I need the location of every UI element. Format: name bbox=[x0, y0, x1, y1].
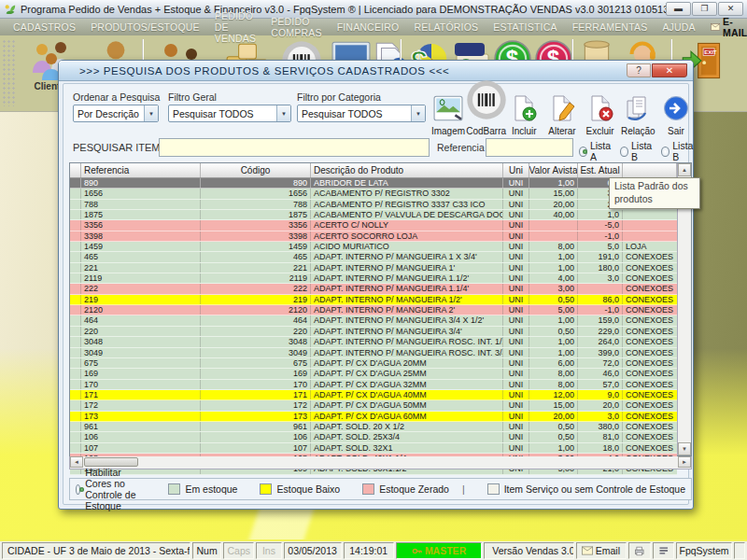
table-row[interactable]: 106106ADAPT. SOLD. 25X3/4UNI0,5081,0CONE… bbox=[70, 432, 677, 442]
status-printer-button[interactable] bbox=[628, 542, 651, 559]
row-gutter bbox=[70, 422, 81, 431]
table-row[interactable]: 16561656ACABAMENTO P/ REGISTRO 3302UNI15… bbox=[70, 189, 677, 199]
sair-button[interactable]: Sair bbox=[657, 88, 695, 136]
menu-item-relat-rios[interactable]: RELATÓRIOS bbox=[406, 21, 486, 33]
status-email[interactable]: Email bbox=[576, 542, 627, 559]
table-row[interactable]: 172172ADAPT. P/ CX D'AGUA 50MMUNI15,0020… bbox=[70, 400, 677, 411]
table-row[interactable]: 21192119ADAPT. INTERNO P/ MANGUEIRA 1.1/… bbox=[70, 273, 677, 284]
table-row[interactable]: 219219ADAPT. INTERNO P/ MANGUEIRA 1/2'UN… bbox=[70, 295, 677, 305]
table-row[interactable]: 107107ADAPT. SOLD. 32X1UNI1,0018,0CONEXO… bbox=[70, 443, 677, 454]
dialog-titlebar[interactable]: >>> PESQUISA DOS PRODUTOS & SERVIÇOS CAD… bbox=[59, 61, 693, 81]
legend-item: Estoque Zerado bbox=[362, 483, 449, 495]
column-header-blank[interactable] bbox=[70, 163, 81, 177]
column-header-Código[interactable]: Código bbox=[201, 163, 311, 177]
close-button[interactable]: ✕ bbox=[718, 2, 743, 16]
cell-descricao: ADAPT. INTERNO P/ MANGUEIRA 3/4' bbox=[311, 327, 503, 336]
cell-descricao: ACABAMENTO P/ REGISTRO 3337 C33 ICO bbox=[311, 200, 503, 209]
scroll-up-icon[interactable]: ▲ bbox=[678, 163, 691, 176]
habilitar-cores-label: Habilitar Cores no Controle de Estoque bbox=[85, 467, 146, 511]
referencia-input[interactable] bbox=[486, 138, 573, 157]
table-row[interactable]: 33983398ACERTO SOCORRO LOJAUNI-1,0 bbox=[70, 231, 677, 242]
table-row[interactable]: 890890ABRIDOR DE LATAUNI1,006,0 bbox=[70, 178, 677, 189]
cell-categoria: CONEXOES bbox=[623, 422, 677, 431]
column-header-Uni[interactable]: Uni bbox=[503, 163, 529, 177]
column-header-blank[interactable] bbox=[623, 163, 677, 177]
table-row[interactable]: 170170ADAPT. P/ CX D'AGUA 32MMUNI8,0057,… bbox=[70, 380, 677, 390]
table-row[interactable]: 173173ADAPT. P/ CX D'AGUA 60MMUNI20,003,… bbox=[70, 412, 677, 422]
cell-referencia: 465 bbox=[81, 252, 201, 261]
cell-descricao: ADAPT. P/ CX D'AGUA 20MM bbox=[311, 358, 503, 368]
application-window: Programa Pedido de Vendas + Estoque & Fi… bbox=[0, 0, 747, 560]
menu-item-ferramentas[interactable]: FERRAMENTAS bbox=[565, 21, 655, 33]
radio-lista-a-0[interactable]: Lista A bbox=[579, 140, 613, 162]
doc-pencil-icon bbox=[549, 95, 575, 125]
pesquisar-item-input[interactable] bbox=[159, 138, 430, 157]
cell-referencia: 1875 bbox=[81, 210, 201, 219]
menu-item-cadastros[interactable]: CADASTROS bbox=[6, 21, 83, 33]
alterar-button[interactable]: Alterar bbox=[543, 88, 581, 136]
column-header-Est. Atual[interactable]: Est. Atual bbox=[578, 163, 623, 177]
table-row[interactable]: 30493049ADAPT. INTERNO P/ MANGUEIRA ROSC… bbox=[70, 348, 677, 358]
dialog-close-button[interactable]: ✕ bbox=[652, 63, 687, 77]
cell-descricao: ADAPT. INTERNO P/ MANGUEIRA ROSC. INT. 3… bbox=[311, 348, 503, 357]
table-header-row[interactable]: ReferenciaCódigoDescrição do ProdutoUniV… bbox=[70, 163, 677, 178]
status-queue-button[interactable] bbox=[653, 542, 675, 559]
dialog-help-button[interactable]: ? bbox=[627, 63, 651, 77]
menu-item-ajuda[interactable]: AJUDA bbox=[655, 21, 702, 33]
table-row[interactable]: 33563356ACERTO C/ NOLLYUNI-5,0 bbox=[70, 220, 677, 231]
status-num: Num bbox=[192, 542, 221, 559]
table-row[interactable]: 788788ACABAMENTO P/ REGISTRO 3337 C33 IC… bbox=[70, 200, 677, 210]
scroll-down-icon[interactable]: ▼ bbox=[678, 442, 691, 455]
column-header-Descrição do Produto[interactable]: Descrição do Produto bbox=[311, 163, 503, 177]
minimize-button[interactable]: ▬ bbox=[666, 2, 691, 16]
habilitar-cores-radio[interactable] bbox=[76, 484, 80, 495]
chevron-down-icon[interactable]: ▼ bbox=[144, 105, 158, 121]
ordenar-select[interactable]: Por Descrição ▼ bbox=[73, 105, 159, 122]
table-row[interactable]: 18751875ACABAMENTO P/ VALVULA DE DESCARG… bbox=[70, 210, 677, 220]
status-key-button[interactable] bbox=[734, 542, 745, 559]
chevron-down-icon[interactable]: ▼ bbox=[276, 105, 290, 121]
relação-button[interactable]: Relação bbox=[619, 88, 656, 136]
scroll-right-icon[interactable]: ► bbox=[678, 456, 691, 468]
table-row[interactable]: 14591459ACIDO MURIATICOUNI8,005,0LOJA bbox=[70, 242, 677, 252]
table-row[interactable]: 220220ADAPT. INTERNO P/ MANGUEIRA 3/4'UN… bbox=[70, 327, 677, 337]
row-gutter bbox=[70, 220, 81, 230]
chevron-down-icon[interactable]: ▼ bbox=[411, 105, 425, 121]
restore-button[interactable]: ❐ bbox=[692, 2, 717, 16]
row-gutter bbox=[70, 390, 81, 399]
cell-descricao: ACIDO MURIATICO bbox=[311, 242, 503, 251]
cell-est-atual: 46,0 bbox=[578, 369, 623, 378]
status-user-label: MASTER bbox=[425, 545, 466, 556]
table-row[interactable]: 465465ADAPT. INTERNO P/ MANGUEIRA 1 X 3/… bbox=[70, 252, 677, 262]
scroll-left-icon[interactable]: ◄ bbox=[70, 456, 83, 468]
table-row[interactable]: 464464ADAPT. INTERNO P/ MANGUEIRA 3/4 X … bbox=[70, 315, 677, 326]
table-row[interactable]: 21202120ADAPT. INTERNO P/ MANGUEIRA 2'UN… bbox=[70, 305, 677, 315]
filtro-geral-select[interactable]: Pesquisar TODOS ▼ bbox=[168, 105, 291, 122]
status-bar: CIDADE - UF 3 de Maio de 2013 - Sexta-fe… bbox=[0, 539, 747, 560]
filtro-categoria-select[interactable]: Pesquisar TODOS ▼ bbox=[297, 105, 426, 122]
table-row[interactable]: 961961ADAPT. SOLD. 20 X 1/2UNI0,50380,0C… bbox=[70, 422, 677, 432]
table-row[interactable]: 30483048ADAPT. INTERNO P/ MANGUEIRA ROSC… bbox=[70, 337, 677, 347]
cell-uni: UNI bbox=[503, 400, 529, 410]
table-row[interactable]: 222222ADAPT. INTERNO P/ MANGUEIRA 1.1/4'… bbox=[70, 284, 677, 294]
menu-item-financeiro[interactable]: FINANCEIRO bbox=[330, 21, 407, 33]
table-row[interactable]: 171171ADAPT. P/ CX D'AGUA 40MMUNI12,009,… bbox=[70, 390, 677, 400]
toolbar-grip[interactable] bbox=[2, 39, 15, 106]
horizontal-scrollbar[interactable]: ◄ ► bbox=[69, 456, 692, 469]
menu-item-estatistica[interactable]: ESTATISTICA bbox=[486, 21, 564, 33]
radio-lista-b-2[interactable]: Lista B bbox=[661, 140, 695, 162]
table-row[interactable]: 169169ADAPT. P/ CX D'AGUA 25MMUNI8,0046,… bbox=[70, 369, 677, 379]
horizontal-scroll-thumb[interactable] bbox=[84, 457, 138, 467]
table-row[interactable]: 221221ADAPT. INTERNO P/ MANGUEIRA 1'UNI1… bbox=[70, 263, 677, 273]
cell-uni: UNI bbox=[503, 178, 529, 188]
column-header-Valor Avista[interactable]: Valor Avista bbox=[529, 163, 578, 177]
menu-item-produtos-estoque[interactable]: PRODUTOS/ESTOQUE bbox=[83, 21, 207, 33]
column-header-Referencia[interactable]: Referencia bbox=[81, 163, 201, 177]
cell-descricao: ACABAMENTO P/ VALVULA DE DESCARGA DOCOL bbox=[311, 210, 503, 219]
codbarra-button[interactable]: CodBarra bbox=[468, 88, 505, 136]
radio-lista-b-1[interactable]: Lista B bbox=[620, 140, 654, 162]
excluir-button[interactable]: Excluir bbox=[582, 88, 619, 136]
imagem-button[interactable]: Imagem bbox=[430, 88, 467, 136]
table-row[interactable]: 675675ADAPT. P/ CX D'AGUA 20MMUNI6,0072,… bbox=[70, 358, 677, 369]
incluir-button[interactable]: Incluir bbox=[505, 88, 543, 136]
